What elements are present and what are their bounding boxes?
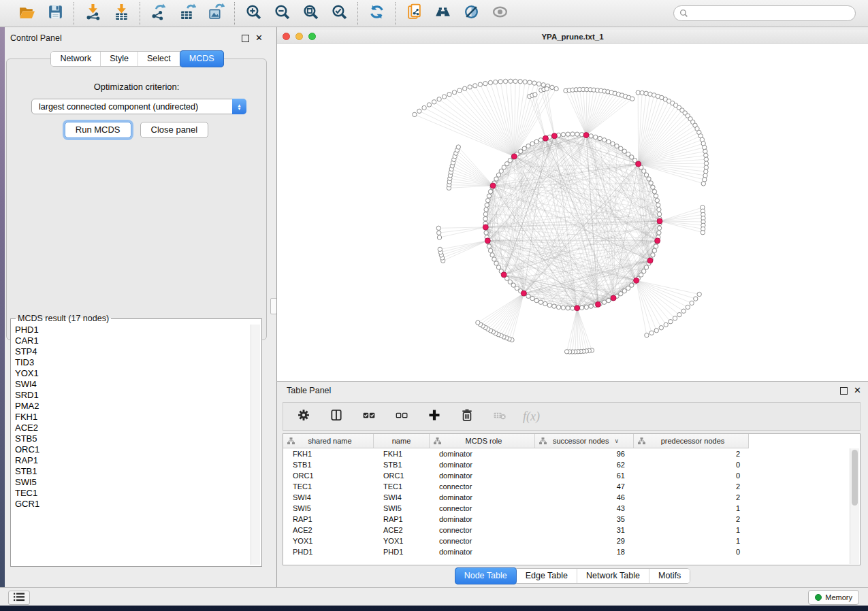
select-all-button[interactable] [359,407,379,426]
new-network-from-selection-button[interactable] [404,4,423,23]
table-row[interactable]: SWI5SWI5connector431 [283,503,749,514]
mcds-result-item[interactable]: YOX1 [12,368,260,379]
table-scrollbar[interactable] [850,448,859,564]
network-canvas[interactable] [277,43,867,380]
mcds-hub-node[interactable] [647,258,653,263]
float-panel-icon[interactable] [242,35,249,42]
mcds-result-list[interactable]: PHD1CAR1STP4TID3YOX1SWI4SRD1PMA2FKH1ACE2… [12,325,260,510]
mcds-hub-node[interactable] [595,301,600,307]
table-row[interactable]: TEC1TEC1connector472 [283,481,749,492]
search-field[interactable] [673,5,856,21]
import-table-button[interactable] [112,4,131,23]
mcds-result-item[interactable]: STB1 [12,466,260,477]
table-settings-button[interactable] [294,407,313,426]
tab-network[interactable]: Network [51,52,101,66]
column-header-shared-name[interactable]: shared name [283,434,374,448]
tab-select[interactable]: Select [138,52,180,66]
mcds-result-item[interactable]: PMA2 [12,401,260,412]
tab-node-table[interactable]: Node Table [455,567,517,584]
apply-layout-button[interactable] [367,4,386,23]
mcds-result-item[interactable]: CAR1 [12,335,260,346]
mcds-result-item[interactable]: ACE2 [12,423,260,433]
memory-button[interactable]: Memory [808,590,859,605]
mcds-result-item[interactable]: TEC1 [12,488,260,499]
open-file-button[interactable] [17,4,36,23]
table-row[interactable]: PHD1PHD1dominator180 [283,546,749,557]
search-input[interactable] [692,7,855,20]
status-menu-button[interactable] [8,591,30,605]
mcds-hub-node[interactable] [490,183,496,188]
float-table-panel-icon[interactable] [840,387,848,395]
show-column-button[interactable] [327,407,346,426]
zoom-selected-button[interactable] [329,4,349,23]
tab-style[interactable]: Style [101,52,138,66]
mcds-result-item[interactable]: TID3 [12,357,260,368]
toggle-graphics-details-button[interactable] [462,4,481,23]
column-header-predecessor-nodes[interactable]: predecessor nodes [634,434,749,448]
table-row[interactable]: ACE2ACE2connector311 [283,525,749,535]
mcds-hub-node[interactable] [485,238,490,244]
close-panel-button[interactable]: Close panel [140,122,209,138]
tab-mcds[interactable]: MCDS [180,50,224,67]
mcds-result-item[interactable]: SWI4 [12,379,260,390]
eye-icon [492,3,509,23]
mcds-hub-node[interactable] [501,272,507,278]
mcds-hub-node[interactable] [657,218,662,224]
table-type-tabs: Node TableEdge TableNetwork TableMotifs [277,568,868,584]
table-row[interactable]: STB1STB1dominator620 [283,459,749,470]
hide-graphics-button[interactable] [490,4,509,23]
mcds-result-item[interactable]: STB5 [12,433,260,444]
mcds-hub-node[interactable] [483,225,488,230]
create-column-button[interactable] [425,407,444,426]
table-row[interactable]: FKH1FKH1dominator962 [283,448,749,459]
table-row[interactable]: RAP1RAP1dominator352 [283,514,749,525]
export-image-button[interactable] [206,4,225,23]
mcds-hub-node[interactable] [575,306,580,311]
mcds-hub-node[interactable] [551,133,557,139]
mcds-result-item[interactable]: RAP1 [12,455,260,466]
deselect-all-button[interactable] [392,407,411,426]
mcds-result-item[interactable]: GCR1 [12,499,260,510]
column-header-name[interactable]: name [374,434,430,448]
mcds-hub-node[interactable] [634,278,639,283]
mcds-hub-node[interactable] [583,133,589,138]
trash-icon [460,408,474,425]
save-session-button[interactable] [46,4,65,23]
export-network-button[interactable] [149,4,168,23]
mcds-result-item[interactable]: ORC1 [12,444,260,455]
mcds-result-item[interactable]: PHD1 [12,325,260,335]
import-network-button[interactable] [83,4,102,23]
tab-motifs[interactable]: Motifs [649,569,690,583]
mcds-result-item[interactable]: SRD1 [12,390,260,401]
mcds-hub-node[interactable] [611,295,616,301]
close-table-panel-icon[interactable]: ✕ [854,387,861,394]
column-header-successor-nodes[interactable]: successor nodes∨ [535,434,634,448]
column-header-mcds-role[interactable]: MCDS role [430,434,535,448]
cell-role: connector [430,537,535,545]
delete-column-button[interactable] [457,407,477,426]
mcds-hub-node[interactable] [511,154,517,159]
table-scrollbar-thumb[interactable] [852,450,858,506]
zoom-in-button[interactable] [244,4,263,23]
zoom-out-button[interactable] [272,4,291,23]
mcds-hub-node[interactable] [636,161,641,167]
mcds-hub-node[interactable] [543,135,548,141]
table-row[interactable]: SWI4SWI4dominator462 [283,492,749,503]
mcds-hub-node[interactable] [655,238,660,244]
find-network-button[interactable] [433,4,452,23]
tab-network-table[interactable]: Network Table [577,569,649,583]
result-scrollbar[interactable] [251,325,260,565]
criterion-dropdown[interactable]: largest connected component (undirected)… [31,99,246,114]
export-table-button[interactable] [178,4,197,23]
mcds-hub-node[interactable] [521,291,526,296]
desktop-edge [0,27,5,606]
run-mcds-button[interactable]: Run MCDS [65,122,131,138]
mcds-result-item[interactable]: SWI5 [12,477,260,488]
tab-edge-table[interactable]: Edge Table [517,569,577,583]
table-row[interactable]: ORC1ORC1dominator610 [283,470,749,481]
close-panel-icon[interactable]: ✕ [255,35,263,42]
mcds-result-item[interactable]: FKH1 [12,412,260,423]
mcds-result-item[interactable]: STP4 [12,346,260,357]
zoom-fit-button[interactable] [301,4,320,23]
table-row[interactable]: YOX1YOX1connector291 [283,535,749,546]
